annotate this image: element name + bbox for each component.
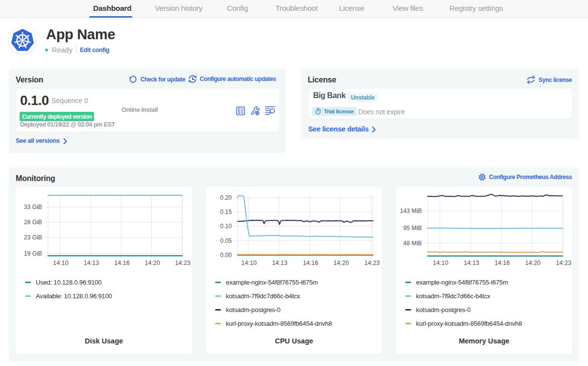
svg-text:14:23: 14:23 [556,260,571,266]
svg-text:14:16: 14:16 [114,260,129,266]
svg-text:23 GiB: 23 GiB [24,234,42,241]
svg-text:143 MiB: 143 MiB [400,208,422,214]
svg-text:19 GiB: 19 GiB [24,250,42,257]
svg-text:0.20: 0.20 [220,194,232,201]
svg-text:14:10: 14:10 [53,260,68,266]
svg-text:0.15: 0.15 [220,209,232,215]
svg-text:14:13: 14:13 [272,260,287,266]
svg-text:14:20: 14:20 [525,260,540,266]
svg-text:0.05: 0.05 [220,237,232,244]
svg-text:14:23: 14:23 [365,260,380,266]
svg-text:14:10: 14:10 [433,260,448,266]
svg-text:14:20: 14:20 [145,260,160,266]
svg-text:14:20: 14:20 [334,260,349,266]
svg-text:33 GiB: 33 GiB [24,204,42,210]
svg-text:14:10: 14:10 [242,260,257,266]
svg-text:48 MiB: 48 MiB [403,240,422,247]
svg-text:14:13: 14:13 [84,260,99,266]
svg-text:14:23: 14:23 [175,260,190,266]
svg-text:14:16: 14:16 [494,260,510,266]
svg-text:0.00: 0.00 [220,252,232,259]
svg-text:0.10: 0.10 [220,223,232,230]
svg-text:95 MiB: 95 MiB [403,225,422,232]
svg-text:28 GiB: 28 GiB [24,219,42,226]
svg-text:14:13: 14:13 [464,260,479,266]
svg-text:14:16: 14:16 [303,260,318,266]
